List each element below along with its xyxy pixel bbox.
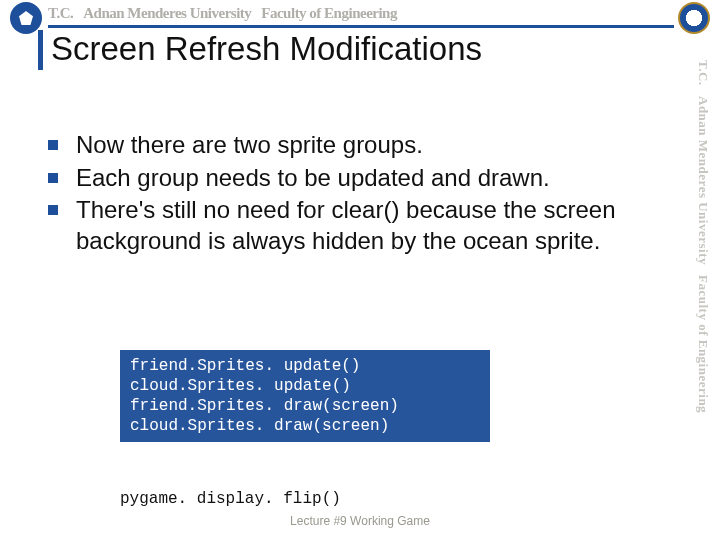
header-university: Adnan Menderes University <box>83 5 251 22</box>
slide-title: Screen Refresh Modifications <box>51 30 482 68</box>
sidebar-tc: T.C. <box>695 60 711 86</box>
slide-footer: Lecture #9 Working Game <box>0 514 720 528</box>
slide-header: T.C. Adnan Menderes University Faculty o… <box>0 0 720 24</box>
title-accent-icon <box>38 30 43 70</box>
code-lines: friend.Sprites. update() cloud.Sprites. … <box>130 356 480 436</box>
sidebar-faculty: Faculty of Engineering <box>695 275 711 413</box>
list-item: Now there are two sprite groups. <box>48 130 650 161</box>
header-faculty: Faculty of Engineering <box>261 5 397 22</box>
code-block: friend.Sprites. update() cloud.Sprites. … <box>120 350 490 442</box>
code-flip-line: pygame. display. flip() <box>120 490 341 508</box>
faculty-crest-icon <box>678 2 710 34</box>
header-tc: T.C. <box>48 5 73 22</box>
sidebar-watermark: T.C. Adnan Menderes University Faculty o… <box>688 52 718 482</box>
header-rule <box>48 25 674 28</box>
bullet-list: Now there are two sprite groups. Each gr… <box>48 130 650 259</box>
title-bar: Screen Refresh Modifications <box>38 30 482 70</box>
list-item: Each group needs to be updated and drawn… <box>48 163 650 194</box>
sidebar-university: Adnan Menderes University <box>695 96 711 265</box>
list-item: There's still no need for clear() becaus… <box>48 195 650 256</box>
